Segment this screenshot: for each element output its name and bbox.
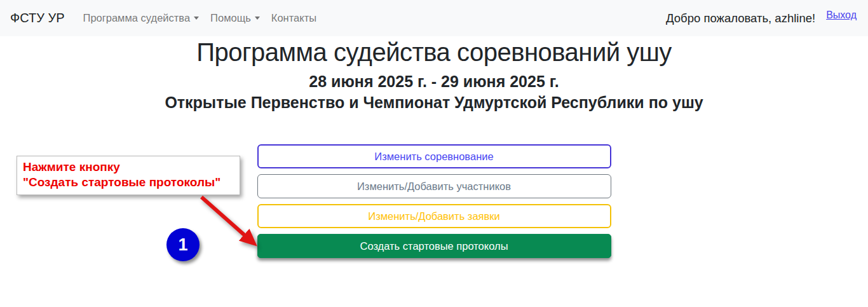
- brand-link[interactable]: ФСТУ УР: [10, 11, 65, 25]
- action-button-stack: Изменить соревнование Изменить/Добавить …: [257, 144, 611, 258]
- nav-menu: Программа судейства Помощь Контакты: [78, 7, 323, 29]
- nav-item-help[interactable]: Помощь: [205, 7, 266, 29]
- edit-participants-button[interactable]: Изменить/Добавить участников: [257, 174, 611, 198]
- chevron-down-icon: [255, 17, 260, 20]
- callout-line-2: "Создать стартовые протоколы": [23, 175, 234, 190]
- nav-item-contacts[interactable]: Контакты: [266, 7, 322, 29]
- callout-line-1: Нажмите кнопку: [23, 160, 234, 175]
- create-protocols-button[interactable]: Создать стартовые протоколы: [257, 234, 611, 258]
- page-title: Программа судейства соревнований ушу: [0, 38, 868, 67]
- edit-applications-button[interactable]: Изменить/Добавить заявки: [257, 204, 611, 228]
- competition-info: 28 июня 2025 г. - 29 июня 2025 г. Открыт…: [0, 71, 868, 113]
- nav-item-label: Программа судейства: [83, 12, 191, 24]
- edit-competition-button[interactable]: Изменить соревнование: [257, 144, 611, 168]
- competition-name: Открытые Первенство и Чемпионат Удмуртск…: [0, 92, 868, 113]
- top-navbar: ФСТУ УР Программа судейства Помощь Конта…: [0, 0, 868, 36]
- welcome-message: Добро пожаловать, azhline!: [666, 11, 815, 25]
- nav-item-judging-program[interactable]: Программа судейства: [78, 7, 205, 29]
- step-number: 1: [178, 235, 187, 255]
- nav-item-label: Помощь: [210, 12, 251, 24]
- tutorial-callout: Нажмите кнопку "Создать стартовые проток…: [17, 156, 240, 195]
- competition-dates: 28 июня 2025 г. - 29 июня 2025 г.: [0, 71, 868, 92]
- logout-link[interactable]: Выход: [826, 10, 857, 21]
- step-number-badge: 1: [166, 228, 200, 261]
- chevron-down-icon: [194, 17, 199, 20]
- nav-item-label: Контакты: [271, 12, 316, 24]
